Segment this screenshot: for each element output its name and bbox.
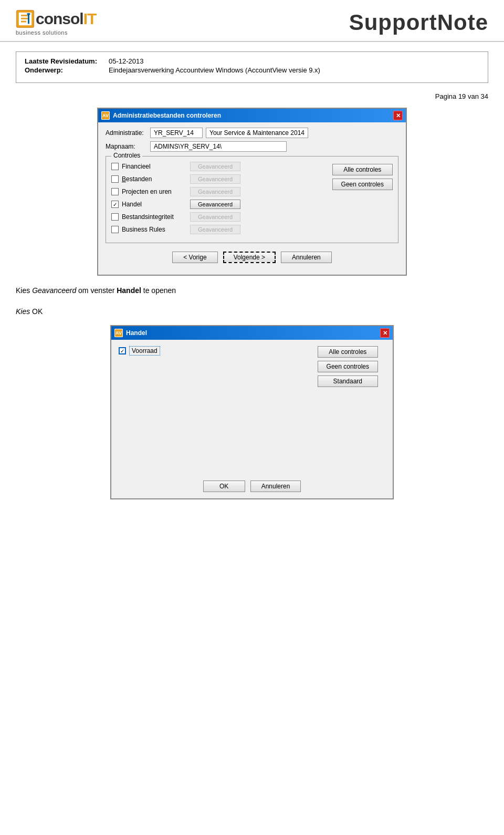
dialog2-title-text: Handel (126, 329, 147, 337)
instruction-area-1: Kies Geavanceerd om venster Handel te op… (0, 279, 504, 300)
dialog1: AV Administratiebestanden controleren ✕ … (97, 108, 407, 276)
logo-consol: consol (36, 10, 83, 28)
btn-vorige[interactable]: < Vorige (172, 252, 217, 263)
label-projecten: Projecten en uren (122, 188, 190, 195)
checkbox-financieel[interactable] (111, 163, 119, 170)
logo-area: consolIT business solutions (16, 9, 96, 36)
subject-row: Onderwerp: Eindejaarsverwerking Accountv… (25, 66, 479, 74)
btn-alle-controles[interactable]: Alle controles (332, 164, 393, 175)
italic-geavanceerd: Geavanceerd (32, 286, 76, 295)
btn-annuleren1[interactable]: Annuleren (281, 252, 332, 263)
dialog1-title-text: Administratiebestanden controleren (113, 112, 221, 119)
admin-label: Administratie: (106, 129, 150, 137)
btn-volgende[interactable]: Volgende > (223, 252, 276, 263)
btn-annuleren2[interactable]: Annuleren (250, 481, 301, 492)
btn-handel-standaard[interactable]: Standaard (318, 375, 378, 387)
controles-groupbox: Controles Financieel Geavanceerd Bestand… (106, 156, 398, 243)
admin-value: YR_SERV_14 (150, 128, 203, 138)
mapnaam-value: ADMINS\YR_SERV_14\ (150, 141, 287, 152)
controls-list: Financieel Geavanceerd Bestanden Geavanc… (111, 162, 327, 237)
logo-subtitle: business solutions (16, 29, 68, 36)
groupbox-legend: Controles (111, 152, 142, 159)
info-block: Laatste Revisiedatum: 05-12-2013 Onderwe… (16, 51, 488, 83)
control-row-handel: Handel Geavanceerd (111, 200, 327, 209)
checkbox-businessrules[interactable] (111, 226, 119, 233)
dialog2-titlebar: AV Handel ✕ (111, 326, 393, 340)
mapnaam-row: Mapnaam: ADMINS\YR_SERV_14\ (106, 141, 398, 152)
handel-body-inner: Voorraad Alle controles Geen controles S… (119, 346, 385, 356)
btn-advanced-handel[interactable]: Geavanceerd (190, 200, 240, 209)
dialog2-footer: OK Annuleren (111, 476, 393, 498)
logo-box: consolIT (16, 9, 96, 28)
logo-icon (16, 9, 35, 28)
checkbox-projecten[interactable] (111, 188, 119, 195)
btn-handel-alle[interactable]: Alle controles (318, 346, 378, 358)
handel-body: Voorraad Alle controles Geen controles S… (111, 340, 393, 476)
dialog2: AV Handel ✕ Voorraad Alle controles Geen… (110, 325, 394, 499)
svg-rect-4 (21, 21, 26, 23)
pagination-text: Pagina 19 van 34 (435, 92, 488, 100)
instruction-line-2: Kies OK (16, 307, 488, 316)
svg-rect-5 (28, 13, 29, 24)
dialog1-body: Administratie: YR_SERV_14 Your Service &… (98, 122, 406, 275)
handel-side-buttons: Alle controles Geen controles Standaard (318, 346, 378, 387)
mapnaam-label: Mapnaam: (106, 143, 150, 150)
page-title: SupportNote (349, 10, 488, 35)
dialog1-close-button[interactable]: ✕ (393, 111, 403, 120)
dialog1-footer: < Vorige Volgende > Annuleren (106, 247, 398, 269)
instruction-area-2: Kies OK (0, 300, 504, 321)
control-row-financieel: Financieel Geavanceerd (111, 162, 327, 171)
control-row-projecten: Projecten en uren Geavanceerd (111, 187, 327, 196)
dialog1-container: AV Administratiebestanden controleren ✕ … (0, 108, 504, 276)
checkbox-handel[interactable] (111, 201, 119, 208)
revision-value: 05-12-2013 (109, 57, 144, 65)
control-row-bestandsintegriteit: Bestandsintegriteit Geavanceerd (111, 212, 327, 222)
pagination: Pagina 19 van 34 (0, 88, 504, 105)
btn-advanced-businessrules: Geavanceerd (190, 225, 240, 234)
label-businessrules: Business Rules (122, 226, 190, 233)
label-financieel: Financieel (122, 163, 190, 170)
checkbox-bestanden[interactable] (111, 175, 119, 183)
dialog1-title-left: AV Administratiebestanden controleren (101, 111, 221, 120)
checkbox-voorraad[interactable] (119, 347, 126, 354)
label-bestanden: Bestanden (122, 175, 190, 183)
btn-ok[interactable]: OK (203, 481, 245, 492)
control-row-businessrules: Business Rules Geavanceerd (111, 225, 327, 234)
dialog2-close-button[interactable]: ✕ (380, 328, 390, 338)
italic-kies: Kies (16, 307, 30, 316)
revision-row: Laatste Revisiedatum: 05-12-2013 (25, 57, 479, 65)
bold-handel: Handel (117, 286, 141, 295)
btn-advanced-financieel: Geavanceerd (190, 162, 240, 171)
btn-geen-controles[interactable]: Geen controles (332, 179, 393, 190)
btn-advanced-bestanden: Geavanceerd (190, 174, 240, 184)
page-header: consolIT business solutions SupportNote (0, 0, 504, 42)
btn-advanced-bestandsintegriteit: Geavanceerd (190, 212, 240, 222)
admin-row: Administratie: YR_SERV_14 Your Service &… (106, 128, 398, 138)
label-bestandsintegriteit: Bestandsintegriteit (122, 213, 190, 221)
dialog2-title-left: AV Handel (114, 329, 147, 337)
subject-label: Onderwerp: (25, 66, 109, 74)
dialog2-container: AV Handel ✕ Voorraad Alle controles Geen… (0, 325, 504, 499)
voorraad-label: Voorraad (129, 346, 160, 356)
checkbox-bestandsintegriteit[interactable] (111, 213, 119, 221)
subject-value: Eindejaarsverwerking Accountview Windows… (109, 66, 320, 74)
revision-label: Laatste Revisiedatum: (25, 57, 109, 65)
admin-extra: Your Service & Maintenance 2014 (206, 128, 308, 138)
dialog1-titlebar: AV Administratiebestanden controleren ✕ (98, 109, 406, 122)
dialog2-icon: AV (114, 329, 123, 337)
controls-side-buttons: Alle controles Geen controles (332, 162, 393, 237)
instruction-line-1: Kies Geavanceerd om venster Handel te op… (16, 286, 488, 295)
logo-it: IT (83, 10, 97, 28)
btn-advanced-projecten: Geavanceerd (190, 187, 240, 196)
groupbox-inner: Financieel Geavanceerd Bestanden Geavanc… (111, 162, 393, 237)
label-handel: Handel (122, 201, 190, 208)
btn-handel-geen[interactable]: Geen controles (318, 361, 378, 372)
svg-rect-6 (27, 13, 30, 15)
dialog1-icon: AV (101, 111, 110, 120)
control-row-bestanden: Bestanden Geavanceerd (111, 174, 327, 184)
